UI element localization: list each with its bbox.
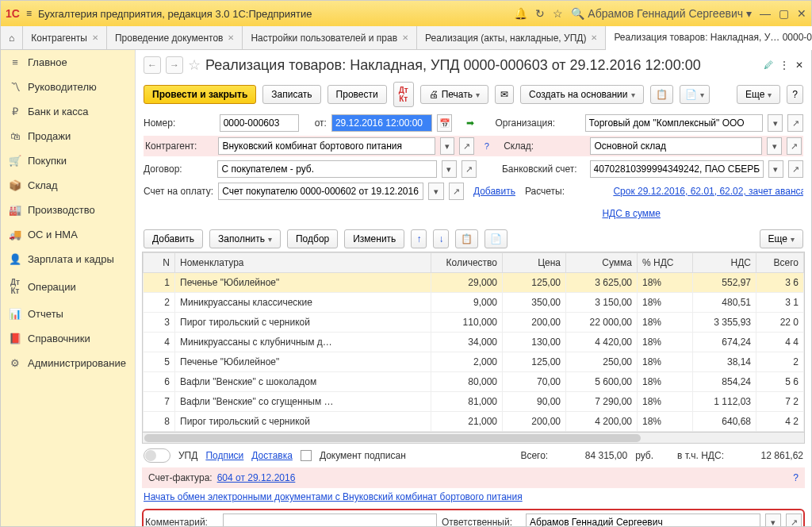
dt-kt-button[interactable]: ДтКт bbox=[393, 82, 414, 107]
post-and-close-button[interactable]: Провести и закрыть bbox=[144, 85, 256, 104]
history-icon[interactable]: ↻ bbox=[535, 7, 545, 20]
sidebar-item-production[interactable]: 🏭Производство bbox=[1, 198, 135, 222]
number-input[interactable] bbox=[220, 114, 299, 132]
sidebar-item-operations[interactable]: ДтКтОперации bbox=[1, 271, 135, 302]
open-icon[interactable]: ↗ bbox=[787, 137, 802, 155]
table-row[interactable]: 7Вафли "Венские" со сгущенным …81,00090,… bbox=[144, 392, 804, 412]
delivery-link[interactable]: Доставка bbox=[251, 450, 293, 461]
post-button[interactable]: Провести bbox=[327, 85, 387, 104]
change-button[interactable]: Изменить bbox=[344, 229, 404, 248]
close-icon[interactable]: ✕ bbox=[591, 33, 597, 42]
open-icon[interactable]: ↗ bbox=[787, 114, 803, 132]
table-more-button[interactable]: Еще bbox=[760, 229, 803, 248]
menu-icon[interactable]: ≡ bbox=[26, 8, 32, 19]
close-icon[interactable]: ✕ bbox=[402, 33, 408, 42]
sidebar-item-main[interactable]: ≡Главное bbox=[1, 50, 135, 75]
col-vatp[interactable]: % НДС bbox=[638, 253, 693, 273]
sidebar-item-fixedassets[interactable]: 🚚ОС и НМА bbox=[1, 222, 135, 247]
bell-icon[interactable]: 🔔 bbox=[514, 7, 527, 20]
open-icon[interactable]: ↗ bbox=[462, 160, 477, 178]
fill-button[interactable]: Заполнить bbox=[209, 229, 281, 248]
col-sum[interactable]: Сумма bbox=[566, 253, 638, 273]
open-icon[interactable]: ↗ bbox=[449, 183, 464, 200]
col-price[interactable]: Цена bbox=[503, 253, 566, 273]
tab-user-settings[interactable]: Настройки пользователей и прав✕ bbox=[243, 26, 417, 49]
sidebar-item-admin[interactable]: ⚙Администрирование bbox=[1, 351, 135, 375]
calc-link[interactable]: Срок 29.12.2016, 62.01, 62.02, зачет ава… bbox=[613, 186, 803, 197]
sidebar-item-sales[interactable]: 🛍Продажи bbox=[1, 124, 135, 148]
sidebar-item-manager[interactable]: 〽Руководителю bbox=[1, 75, 135, 99]
create-based-button[interactable]: Создать на основании bbox=[520, 85, 644, 104]
edo-button[interactable]: 📄 bbox=[680, 85, 710, 104]
maximize-icon[interactable]: ▢ bbox=[779, 7, 789, 20]
minimize-icon[interactable]: — bbox=[760, 7, 771, 20]
open-icon[interactable]: ↗ bbox=[786, 514, 802, 526]
table-row[interactable]: 8Пирог тирольский с черникой21,000200,00… bbox=[144, 412, 804, 432]
move-down-button[interactable]: ↓ bbox=[433, 229, 449, 248]
tab-home[interactable]: ⌂ bbox=[1, 26, 23, 49]
responsible-input[interactable] bbox=[526, 514, 760, 526]
close-icon[interactable]: ✕ bbox=[797, 7, 806, 20]
star-icon[interactable]: ☆ bbox=[553, 7, 563, 20]
col-n[interactable]: N bbox=[144, 253, 175, 273]
kebab-icon[interactable]: ⋮ bbox=[779, 60, 789, 71]
table-row[interactable]: 4Миникруассаны с клубничным д…34,000130,… bbox=[144, 333, 804, 352]
invoice-link[interactable]: 604 от 29.12.2016 bbox=[217, 472, 296, 483]
sidebar-item-salary[interactable]: 👤Зарплата и кадры bbox=[1, 247, 135, 271]
org-input[interactable] bbox=[585, 114, 763, 132]
sidebar-item-purchases[interactable]: 🛒Покупки bbox=[1, 148, 135, 173]
comment-input[interactable] bbox=[223, 514, 437, 526]
dropdown-icon[interactable]: ▾ bbox=[768, 114, 783, 132]
dropdown-icon[interactable]: ▾ bbox=[767, 137, 782, 155]
doc-signed-checkbox[interactable] bbox=[301, 450, 312, 461]
tab-sales-doc[interactable]: Реализация товаров: Накладная, У… 0000-0… bbox=[606, 26, 812, 50]
move-up-button[interactable]: ↑ bbox=[411, 229, 427, 248]
close-icon[interactable]: ✕ bbox=[92, 33, 98, 42]
tab-posting[interactable]: Проведение документов✕ bbox=[107, 26, 243, 49]
dropdown-icon[interactable]: ▾ bbox=[428, 183, 443, 200]
write-button[interactable]: Записать bbox=[262, 85, 320, 104]
col-qty[interactable]: Количество bbox=[431, 253, 503, 273]
favorite-icon[interactable]: ☆ bbox=[188, 56, 201, 74]
select-button[interactable]: Подбор bbox=[287, 229, 338, 248]
tab-sales-list[interactable]: Реализация (акты, накладные, УПД)✕ bbox=[417, 26, 606, 49]
warehouse-input[interactable] bbox=[590, 137, 762, 155]
open-icon[interactable]: ↗ bbox=[459, 137, 474, 155]
signatures-link[interactable]: Подписи bbox=[205, 450, 243, 461]
more-button[interactable]: Еще bbox=[737, 85, 780, 104]
vat-sum-link[interactable]: НДС в сумме bbox=[602, 208, 661, 219]
invoice-for-input[interactable] bbox=[218, 183, 423, 200]
dropdown-icon[interactable]: ▾ bbox=[768, 160, 783, 178]
add-row-button[interactable]: Добавить bbox=[144, 229, 203, 248]
table-row[interactable]: 6Вафли "Венские" с шоколадом80,00070,005… bbox=[144, 372, 804, 392]
back-button[interactable]: ← bbox=[144, 56, 161, 74]
close-icon[interactable]: ✕ bbox=[228, 33, 234, 42]
table-row[interactable]: 3Пирог тирольский с черникой110,000200,0… bbox=[144, 313, 804, 333]
close-icon[interactable]: ✕ bbox=[795, 60, 803, 71]
help-icon[interactable]: ? bbox=[479, 137, 494, 155]
sidebar-item-catalogs[interactable]: 📕Справочники bbox=[1, 326, 135, 351]
table-row[interactable]: 5Печенье "Юбилейное"2,000125,00250,0018%… bbox=[144, 352, 804, 372]
add-invoice-link[interactable]: Добавить bbox=[473, 186, 515, 197]
status-arrow-icon[interactable]: ➡ bbox=[466, 117, 474, 129]
horizontal-scrollbar[interactable] bbox=[143, 432, 804, 443]
tab-counterparties[interactable]: Контрагенты✕ bbox=[23, 26, 107, 49]
sidebar-item-bank[interactable]: ₽Банк и касса bbox=[1, 99, 135, 124]
sidebar-item-reports[interactable]: 📊Отчеты bbox=[1, 302, 135, 326]
open-icon[interactable]: ↗ bbox=[788, 160, 803, 178]
table-row[interactable]: 2Миникруассаны классические9,000350,003 … bbox=[144, 293, 804, 313]
email-button[interactable]: ✉ bbox=[495, 85, 514, 104]
bank-input[interactable] bbox=[590, 160, 764, 178]
table-row[interactable]: 1Печенье "Юбилейное"29,000125,003 625,00… bbox=[144, 273, 804, 293]
copy-button[interactable]: 📋 bbox=[455, 229, 478, 248]
edo-link[interactable]: Начать обмен электронными документами с … bbox=[144, 491, 523, 502]
upd-toggle[interactable] bbox=[144, 448, 170, 463]
user-menu[interactable]: 🔍 Абрамов Геннадий Сергеевич ▾ bbox=[571, 7, 752, 20]
col-vat[interactable]: НДС bbox=[693, 253, 756, 273]
contract-input[interactable] bbox=[217, 160, 436, 178]
help-button[interactable]: ? bbox=[787, 85, 803, 104]
dropdown-icon[interactable]: ▾ bbox=[765, 514, 781, 526]
forward-button[interactable]: → bbox=[166, 56, 183, 74]
calendar-icon[interactable]: 📅 bbox=[437, 114, 453, 132]
print-button[interactable]: 🖨 Печать bbox=[420, 85, 488, 104]
